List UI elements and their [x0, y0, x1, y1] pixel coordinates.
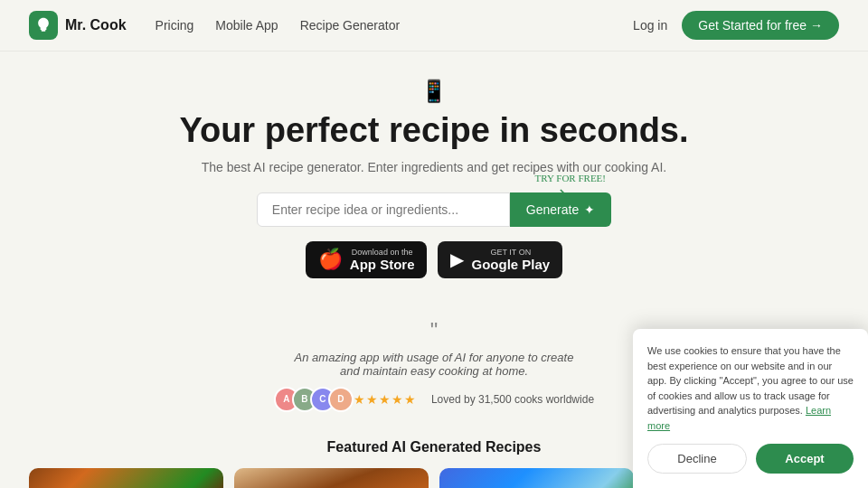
app-badges: 🍎 Download on the App Store ▶ GET IT ON …: [18, 241, 850, 278]
nav-actions: Log in Get Started for free →: [633, 11, 839, 40]
testimonial-quote: An amazing app with usage of AI for anyo…: [289, 351, 579, 378]
googleplay-text: GET IT ON Google Play: [471, 248, 550, 272]
avatar-group: A B C D: [274, 387, 346, 412]
cookie-buttons: Decline Accept: [647, 444, 854, 474]
appstore-badge[interactable]: 🍎 Download on the App Store: [306, 241, 428, 278]
try-free-arrow: ↙: [558, 183, 571, 203]
brand-name: Mr. Cook: [65, 17, 127, 33]
search-bar: TRY FOR FREE! ↙ Generate ✦: [18, 192, 850, 227]
recipe-card-burger[interactable]: [29, 468, 223, 488]
apple-icon: 🍎: [318, 248, 343, 271]
nav-pricing[interactable]: Pricing: [156, 18, 194, 33]
googleplay-badge[interactable]: ▶ GET IT ON Google Play: [438, 241, 562, 278]
cookie-banner: We use cookies to ensure that you have t…: [633, 329, 868, 488]
cookie-text: We use cookies to ensure that you have t…: [647, 343, 854, 433]
hero-title: Your perfect recipe in seconds.: [18, 111, 850, 151]
brand-logo[interactable]: Mr. Cook: [29, 11, 127, 40]
sparkle-icon: ✦: [584, 202, 595, 217]
cookie-accept-button[interactable]: Accept: [756, 444, 854, 474]
login-button[interactable]: Log in: [633, 18, 667, 33]
star-rating: ★★★★★: [354, 392, 417, 407]
appstore-text: Download on the App Store: [350, 248, 415, 272]
cookie-decline-button[interactable]: Decline: [647, 444, 747, 474]
nav-mobile-app[interactable]: Mobile App: [215, 18, 278, 33]
navbar: Mr. Cook Pricing Mobile App Recipe Gener…: [0, 0, 868, 52]
nav-links: Pricing Mobile App Recipe Generator: [156, 18, 634, 33]
play-icon: ▶: [450, 249, 464, 270]
nav-recipe-generator[interactable]: Recipe Generator: [300, 18, 401, 33]
try-free-label: TRY FOR FREE!: [535, 173, 606, 183]
svg-rect-0: [42, 30, 46, 32]
recipe-card-pancakes[interactable]: [234, 468, 429, 488]
phone-icon: 📱: [18, 79, 850, 104]
hero-section: 📱 Your perfect recipe in seconds. The be…: [0, 52, 868, 318]
hero-subtitle: The best AI recipe generator. Enter ingr…: [18, 160, 850, 174]
social-count-text: Loved by 31,500 cooks worldwide: [431, 393, 594, 406]
get-started-button[interactable]: Get Started for free →: [682, 11, 839, 40]
logo-icon: [29, 11, 58, 40]
recipe-card-smoothie[interactable]: [439, 468, 634, 488]
avatar: D: [328, 387, 354, 412]
recipe-search-input[interactable]: [257, 192, 510, 227]
